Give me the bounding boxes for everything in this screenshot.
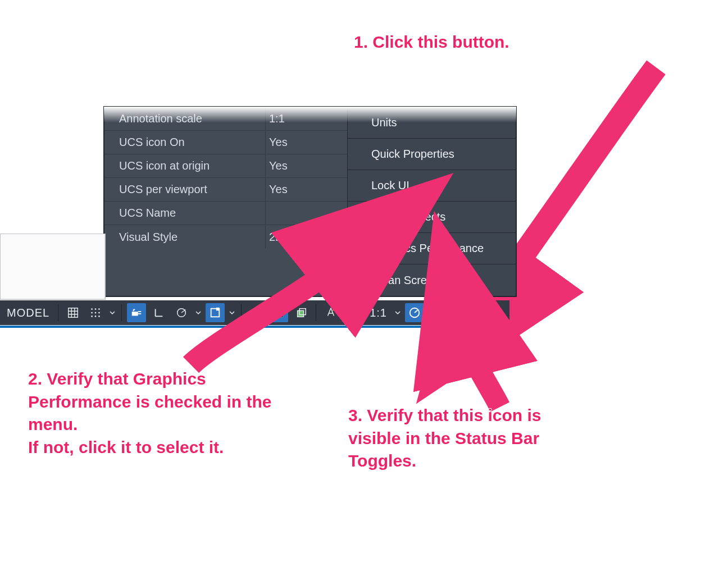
property-row[interactable]: Annotation scale 1:1 — [104, 107, 347, 131]
svg-rect-19 — [298, 310, 304, 317]
snap-icon[interactable] — [86, 303, 105, 322]
menu-item-isolate-objects[interactable]: Isolate Objects — [348, 202, 516, 233]
menu-item-label: Units — [371, 116, 397, 129]
menu-item-graphics-performance[interactable]: Graphics Performance — [348, 233, 516, 264]
property-row[interactable]: UCS Name — [104, 202, 347, 225]
check-icon — [354, 244, 365, 254]
property-label: Visual Style — [104, 231, 265, 244]
menu-item-lock-ui[interactable]: Lock UI — [348, 170, 516, 202]
property-row[interactable]: UCS icon at origin Yes — [104, 154, 347, 178]
customization-menu: Units Quick Properties Lock UI Isolate O… — [347, 107, 516, 296]
svg-point-1 — [95, 308, 97, 310]
svg-point-0 — [91, 308, 93, 310]
properties-panel: Annotation scale 1:1 UCS icon On Yes UCS… — [104, 107, 347, 296]
accent-underline — [0, 326, 509, 328]
svg-rect-15 — [280, 308, 284, 312]
menu-item-label: Lock UI — [371, 179, 410, 192]
annotation-visibility-icon[interactable] — [321, 303, 340, 322]
svg-rect-17 — [274, 314, 277, 318]
property-label: UCS icon On — [104, 136, 265, 149]
svg-point-3 — [91, 312, 93, 314]
osnap-icon[interactable] — [206, 303, 225, 322]
menu-item-units[interactable]: Units — [348, 107, 516, 139]
status-bar: MODEL — [0, 300, 509, 325]
command-line-stub[interactable] — [0, 234, 106, 300]
property-label: UCS per viewport — [104, 183, 265, 196]
property-value[interactable]: Yes — [265, 131, 347, 154]
property-value[interactable]: Yes — [265, 154, 347, 177]
svg-rect-14 — [274, 308, 277, 312]
property-row[interactable]: UCS icon On Yes — [104, 131, 347, 154]
property-row[interactable]: Visual Style 2D Wiref — [104, 225, 347, 249]
graphics-performance-icon[interactable] — [405, 303, 424, 322]
menu-item-label: Graphics Performance — [371, 242, 484, 255]
polar-tracking-icon[interactable] — [172, 303, 191, 322]
menu-item-label: Quick Properties — [371, 148, 454, 161]
menu-item-label: Isolate Objects — [371, 211, 445, 223]
lineweight-icon[interactable] — [247, 303, 266, 322]
svg-point-4 — [95, 312, 97, 314]
svg-point-6 — [91, 316, 93, 317]
model-button[interactable]: MODEL — [3, 307, 53, 319]
property-label: UCS icon at origin — [104, 159, 265, 172]
annotation-step3: 3. Verify that this icon is visible in t… — [348, 404, 590, 473]
svg-rect-12 — [216, 308, 220, 311]
menu-item-clean-screen[interactable]: Clean Screen — [348, 264, 516, 296]
svg-point-8 — [98, 316, 100, 317]
dropdown-icon[interactable] — [108, 310, 116, 316]
property-value[interactable]: Yes — [265, 178, 347, 201]
dropdown-icon[interactable] — [394, 310, 402, 316]
property-row[interactable]: UCS per viewport Yes — [104, 178, 347, 202]
svg-rect-16 — [277, 311, 280, 314]
transparency-icon[interactable] — [269, 303, 288, 322]
annotation-step2: 2. Verify that Graphics Performance is c… — [28, 368, 309, 459]
svg-rect-9 — [132, 312, 138, 316]
selection-cycling-icon[interactable] — [292, 303, 311, 322]
svg-rect-18 — [280, 314, 284, 318]
annotation-step1: 1. Click this button. — [354, 31, 668, 54]
properties-and-menu: Annotation scale 1:1 UCS icon On Yes UCS… — [104, 107, 516, 296]
svg-point-2 — [98, 308, 100, 310]
dropdown-icon[interactable] — [194, 310, 202, 316]
grid-icon[interactable] — [63, 303, 83, 322]
property-label: Annotation scale — [104, 112, 265, 125]
dynamic-input-icon[interactable] — [127, 303, 146, 322]
ortho-icon[interactable] — [149, 303, 169, 322]
annotation-autoscale-icon[interactable] — [344, 303, 363, 322]
menu-item-label: Clean Screen — [371, 274, 439, 287]
svg-point-5 — [98, 312, 100, 314]
customization-menu-button[interactable] — [435, 303, 454, 322]
menu-item-quick-properties[interactable]: Quick Properties — [348, 139, 516, 170]
property-value[interactable]: 2D Wiref — [265, 225, 347, 249]
svg-point-7 — [95, 316, 97, 317]
property-value[interactable]: 1:1 — [265, 107, 347, 130]
property-value[interactable] — [265, 202, 347, 225]
property-label: UCS Name — [104, 207, 265, 220]
dropdown-icon[interactable] — [228, 310, 236, 316]
annotation-scale-button[interactable]: 1:1 — [366, 307, 390, 319]
